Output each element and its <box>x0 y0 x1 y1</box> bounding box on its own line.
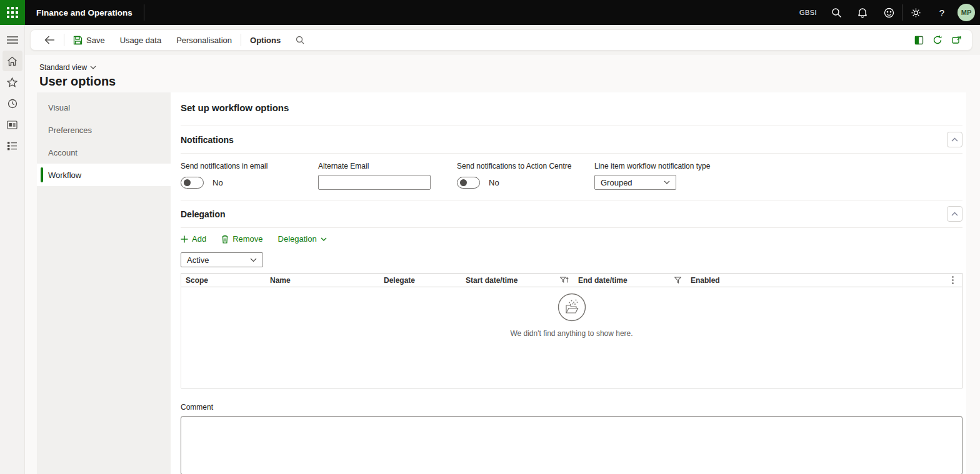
app-launcher-icon <box>7 7 18 18</box>
add-icon <box>181 235 188 243</box>
tab-visual[interactable]: Visual <box>37 96 171 119</box>
nav-expand-button[interactable] <box>2 29 22 50</box>
tab-label: Visual <box>48 103 70 112</box>
gear-icon <box>911 7 921 18</box>
command-search-button[interactable] <box>288 30 312 50</box>
line-item-type-select[interactable]: Grouped <box>594 175 676 190</box>
form-heading: Set up workflow options <box>181 102 962 113</box>
sidebar-item-home[interactable] <box>2 51 22 71</box>
bell-icon <box>858 7 868 18</box>
hamburger-icon <box>7 36 18 44</box>
toggle-knob <box>460 179 467 186</box>
delegation-filter-select[interactable]: Active <box>181 252 263 267</box>
left-nav-rail <box>0 25 25 474</box>
delegation-menu-button[interactable]: Delegation <box>278 234 327 244</box>
comment-field: Comment <box>181 403 962 474</box>
column-label: Delegate <box>384 276 415 285</box>
save-button[interactable]: Save <box>66 30 112 50</box>
comment-label: Comment <box>181 403 962 412</box>
modules-icon <box>7 141 18 151</box>
tab-account[interactable]: Account <box>37 141 171 164</box>
add-button[interactable]: Add <box>181 234 206 244</box>
command-divider <box>64 34 64 46</box>
column-header-delegate[interactable]: Delegate <box>379 274 461 287</box>
trash-icon <box>221 235 229 244</box>
open-new-window-icon <box>952 36 961 44</box>
options-tab-panel: Visual Preferences Account Workflow <box>37 92 171 474</box>
sidebar-item-recent[interactable] <box>2 93 22 114</box>
column-label: Scope <box>186 276 208 285</box>
avatar[interactable]: MP <box>958 4 975 21</box>
side-pane-button[interactable] <box>909 31 928 49</box>
refresh-icon <box>932 35 942 45</box>
more-options-icon <box>952 276 954 284</box>
column-header-start-datetime[interactable]: Start date/time <box>461 274 574 287</box>
options-label: Options <box>250 36 281 45</box>
notifications-button[interactable] <box>849 0 876 25</box>
field-alternate-email: Alternate Email <box>318 162 457 190</box>
chevron-down-icon <box>664 180 670 184</box>
filter-sort-icon[interactable] <box>560 277 569 284</box>
side-pane-icon <box>914 36 924 45</box>
environment-badge[interactable]: GBSI <box>793 9 823 16</box>
tab-label: Workflow <box>48 170 81 180</box>
refresh-button[interactable] <box>928 31 947 49</box>
delegation-toolbar: Add Remove Delegation <box>181 234 962 244</box>
feedback-button[interactable] <box>876 0 902 25</box>
comment-input[interactable] <box>181 416 962 474</box>
settings-button[interactable] <box>902 0 929 25</box>
home-icon <box>7 56 18 66</box>
column-header-end-datetime[interactable]: End date/time <box>574 274 686 287</box>
field-label: Send notifications in email <box>181 162 318 170</box>
command-bar: Save Usage data Personalisation Options <box>30 29 972 51</box>
column-header-enabled[interactable]: Enabled <box>686 274 943 287</box>
field-label: Alternate Email <box>318 162 457 170</box>
collapse-delegation-button[interactable] <box>947 206 962 222</box>
options-menu-button[interactable]: Options <box>242 30 288 50</box>
delegation-grid-body: We didn't find anything to show here. <box>181 287 962 388</box>
action-centre-toggle[interactable] <box>457 177 480 189</box>
send-email-toggle[interactable] <box>181 177 204 189</box>
page-title: User options <box>39 74 980 89</box>
help-button[interactable]: ? <box>929 0 955 25</box>
chevron-down-icon <box>321 237 327 241</box>
collapse-notifications-button[interactable] <box>947 132 962 147</box>
app-launcher-button[interactable] <box>0 0 25 25</box>
remove-button[interactable]: Remove <box>221 234 262 244</box>
usage-data-button[interactable]: Usage data <box>112 30 169 50</box>
top-app-bar: Finance and Operations GBSI <box>0 0 980 25</box>
topbar-divider <box>144 4 144 21</box>
back-button[interactable] <box>37 30 62 50</box>
filter-icon[interactable] <box>674 277 681 284</box>
grid-more-options-button[interactable] <box>943 274 962 287</box>
app-title[interactable]: Finance and Operations <box>25 8 144 17</box>
sidebar-item-modules[interactable] <box>2 136 22 156</box>
view-selector[interactable]: Standard view <box>39 63 96 72</box>
notifications-section-title: Notifications <box>181 135 234 145</box>
sidebar-item-default-dashboard[interactable] <box>2 114 22 135</box>
toggle-value: No <box>212 178 223 187</box>
personalisation-button[interactable]: Personalisation <box>169 30 239 50</box>
column-header-scope[interactable]: Scope <box>181 274 266 287</box>
column-header-name[interactable]: Name <box>266 274 379 287</box>
field-label: Line item workflow notification type <box>594 162 962 170</box>
open-new-window-button[interactable] <box>947 31 966 49</box>
back-arrow-icon <box>44 36 55 44</box>
tab-preferences[interactable]: Preferences <box>37 119 171 141</box>
search-icon <box>296 36 304 44</box>
column-label: Start date/time <box>466 276 518 285</box>
divider <box>181 227 962 228</box>
alternate-email-input[interactable] <box>318 175 431 190</box>
search-icon <box>831 7 842 18</box>
tab-label: Account <box>48 148 78 157</box>
empty-state-icon <box>558 293 586 322</box>
page-header: Standard view User options <box>25 55 980 92</box>
search-button[interactable] <box>823 0 849 25</box>
delegation-grid-header: Scope Name Delegate Start date/time <box>181 273 962 287</box>
sidebar-item-favorites[interactable] <box>2 72 22 92</box>
tab-workflow[interactable]: Workflow <box>37 164 171 186</box>
command-bar-zone: Save Usage data Personalisation Options <box>25 25 980 55</box>
remove-button-label: Remove <box>232 234 262 244</box>
usage-data-label: Usage data <box>120 36 162 45</box>
save-icon <box>73 36 82 45</box>
